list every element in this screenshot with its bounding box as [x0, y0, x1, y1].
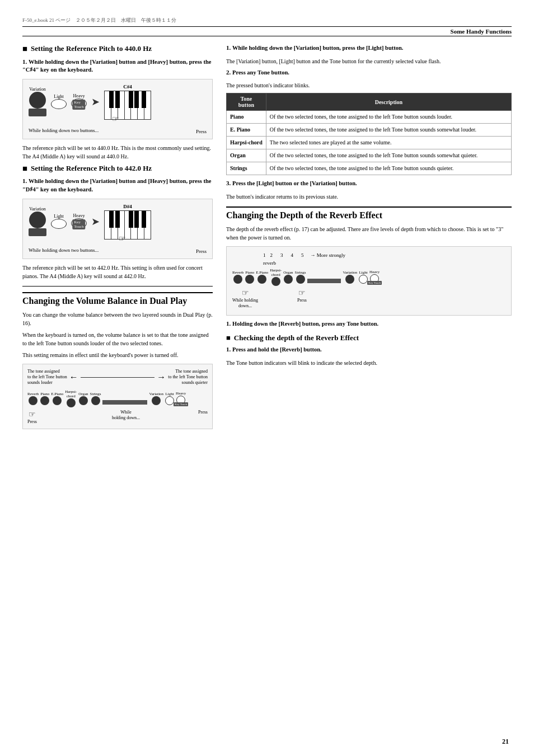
vol-hand-row: ☞ Press Whileholding down... Press	[27, 410, 208, 424]
desc-cell: Of the two selected tones, the tone assi…	[266, 111, 511, 124]
vol-buttons-row: Reverb Piano E.Piano Harps	[27, 389, 208, 407]
vol-left-3: sounds louder	[27, 380, 67, 386]
step-440-text: While holding down the [Variation] butto…	[22, 59, 211, 73]
tone-cell: E. Piano	[227, 124, 266, 137]
light-btn-group-442: Light	[51, 214, 67, 229]
piano-keys-442: ☞	[104, 210, 151, 240]
piano-reverb-circle	[245, 275, 254, 284]
while-440: While holding down two buttons...	[29, 128, 99, 133]
step-reverb-text1: Holding down the [Reverb] button, press …	[232, 321, 378, 327]
piano-reverb-lbl: Piano	[245, 270, 254, 275]
diagram-440-row: Variation Light Heavy Key Tou	[29, 84, 151, 120]
reverb-body1: The depth of the reverb effect (p. 17) c…	[226, 225, 512, 242]
keytouch-label-vol: Key Touch	[174, 402, 188, 406]
table-row: StringsOf the two selected tones, the to…	[227, 162, 512, 175]
step-check-vol-num1: 1.	[226, 44, 231, 51]
reverb-depth-heading: Changing the Depth of the Reverb Effect	[226, 206, 512, 222]
press-vol-left-lbl: Press	[27, 419, 37, 424]
harpsi-circle-vol	[67, 398, 76, 407]
tone-cell: Strings	[227, 162, 266, 175]
bullet-440: ■	[22, 44, 27, 55]
tone-bar-vol	[102, 400, 147, 405]
diagram-442-labels: While holding down two buttons... Press	[29, 247, 207, 254]
tone-cell: Organ	[227, 149, 266, 162]
epiano-reverb-lbl: E.Piano	[256, 270, 268, 275]
press-vol-right-lbl: Press	[198, 410, 208, 415]
scale-5: 5	[301, 252, 304, 258]
strings-reverb-btn: Strings	[295, 270, 306, 284]
piano-lbl-vol: Piano	[40, 392, 49, 396]
col-tone-button: Tonebutton	[227, 93, 266, 111]
organ-reverb-lbl: Organ	[283, 270, 293, 275]
harpsi-reverb-circle	[271, 277, 280, 286]
epiano-btn-vol: E.Piano	[51, 392, 63, 405]
organ-reverb-circle	[284, 275, 293, 284]
variation-btn-440	[29, 92, 46, 109]
diagram-440-labels: While holding down two buttons... Press	[29, 128, 207, 134]
step-checking-reverb-text1: Press and hold the [Reverb] button.	[232, 346, 322, 353]
hand-440: ☞	[112, 114, 119, 124]
reverb-buttons-row: Reverb Piano E.Piano Harpsi-chord	[232, 268, 505, 286]
strings-reverb-circle	[296, 275, 305, 284]
reverb-scale-row: 1 2 3 4 5 → More strongly	[263, 252, 505, 258]
variation-label-442: Variation	[29, 206, 45, 212]
variation-reverb-btn: Variation	[343, 270, 357, 284]
organ-circle-vol	[79, 396, 88, 405]
step-check-vol-desc3: The button's indicator returns to its pr…	[226, 192, 512, 201]
vol-left-2: to the left Tone button	[27, 374, 67, 380]
harpsi-reverb-lbl: Harpsi-chord	[270, 268, 282, 277]
vol-diagram: The tone assigned to the left Tone butto…	[22, 364, 213, 429]
header-title: Some Handy Functions	[451, 28, 512, 35]
vol-while-hold: Whileholding down...	[112, 410, 140, 421]
vol-right-1: The tone assigned	[168, 369, 208, 374]
scale-4: 4	[291, 252, 294, 258]
step-check-vol-num3: 3.	[226, 180, 231, 186]
while-442: While holding down two buttons...	[29, 247, 99, 253]
reverb-circle-vol	[29, 396, 38, 405]
variation-btn-vol: Variation	[149, 392, 163, 405]
heavy-lbl-vol: Heavy	[176, 391, 186, 396]
body-440: The reference pitch will be set to 440.0…	[22, 144, 213, 161]
hand-reverb: ☞	[242, 288, 249, 298]
step-check-vol-2: 2. Press any Tone button.	[226, 69, 512, 77]
light-label-440: Light	[54, 94, 63, 99]
vol-balance-heading: Changing the Volume Balance in Dual Play	[22, 292, 213, 307]
heavy-reverb-lbl: Heavy	[369, 270, 380, 274]
variation-reverb-circle	[345, 275, 354, 284]
step-442-1: 1. While holding down the [Variation] bu…	[22, 177, 213, 194]
piano-circle-vol	[40, 396, 49, 405]
keytouch-reverb-lbl: Key Touch	[367, 281, 382, 285]
page-header: Some Handy Functions	[22, 26, 512, 36]
table-header-row: Tonebutton Description	[227, 93, 512, 111]
page-number: 21	[502, 738, 509, 746]
tone-table: Tonebutton Description PianoOf the two s…	[226, 93, 512, 175]
step-check-vol-text2: Press any Tone button.	[232, 69, 289, 76]
variation-rect-442	[29, 228, 46, 236]
vol-arrows-row: The tone assigned to the left Tone butto…	[27, 369, 208, 386]
harpsi-reverb-btn: Harpsi-chord	[270, 268, 282, 286]
epiano-circle-vol	[53, 396, 62, 405]
vol-press-right: Press	[198, 410, 208, 415]
variation-reverb-lbl: Variation	[343, 270, 357, 275]
light-label-442: Light	[54, 214, 63, 219]
vol-left-label: The tone assigned to the left Tone butto…	[27, 369, 67, 386]
table-row: PianoOf the two selected tones, the tone…	[227, 111, 512, 124]
heavy-reverb-btn: Heavy Key Touch	[369, 270, 380, 284]
epiano-reverb-btn: E.Piano	[256, 270, 268, 284]
vol-right-label: The tone assigned to the left Tone butto…	[168, 369, 208, 386]
vol-right-3: sounds quieter	[168, 380, 208, 386]
checking-reverb-heading: ■ Checking the depth of the Reverb Effec…	[226, 334, 512, 342]
table-row: E. PianoOf the two selected tones, the t…	[227, 124, 512, 137]
harpsi-btn-vol: Harpsi-chord	[65, 389, 77, 407]
organ-btn-vol: Organ	[78, 392, 88, 405]
step-check-vol-3: 3. Press the [Light] button or the [Vari…	[226, 180, 512, 188]
reverb-lbl-vol: Reverb	[27, 392, 39, 396]
strings-reverb-lbl: Strings	[295, 270, 306, 275]
left-column: ■ Setting the Reference Pitch to 440.0 H…	[22, 44, 213, 434]
light-btn-group-440: Light	[51, 94, 67, 109]
note-442: D#4	[123, 204, 132, 209]
reverb-btn-vol: Reverb	[27, 392, 39, 405]
heavy-btn-vol: Heavy Key Touch	[176, 391, 186, 406]
vol-balance-title: Changing the Volume Balance in Dual Play	[22, 296, 187, 306]
heavy-btn-group-440: Heavy Key Touch	[71, 93, 87, 110]
